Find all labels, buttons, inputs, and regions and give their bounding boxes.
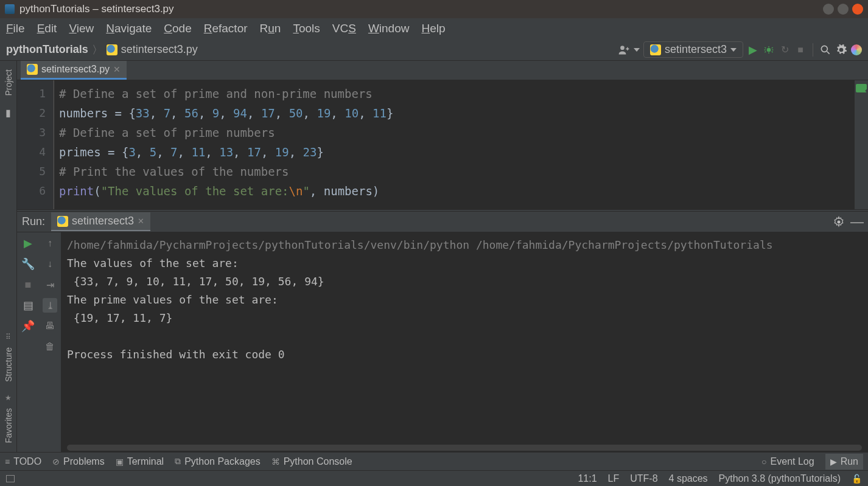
menu-code[interactable]: Code xyxy=(164,22,191,35)
wrench-icon[interactable]: 🔧 xyxy=(21,257,35,271)
editor-right-strip xyxy=(855,80,868,209)
code-num: 56 xyxy=(184,106,198,120)
terminal-icon: ▣ xyxy=(116,457,124,467)
menu-vcs[interactable]: VCS xyxy=(332,22,356,35)
code-num: 5 xyxy=(150,145,156,159)
tool-window-toggle-icon[interactable] xyxy=(6,475,15,482)
minimize-button[interactable] xyxy=(823,4,834,15)
menu-navigate[interactable]: Navigate xyxy=(106,22,152,35)
tool-window-structure[interactable]: ⠿ Structure xyxy=(4,333,13,387)
arrow-up-icon[interactable]: ↑ xyxy=(43,236,57,251)
code-comma: , xyxy=(303,106,317,120)
code-comma: , xyxy=(233,145,247,159)
print-icon[interactable]: 🖶 xyxy=(43,319,57,333)
chevron-down-icon xyxy=(730,48,737,52)
code-comma: , xyxy=(359,106,373,120)
app-icon xyxy=(5,4,15,14)
rerun-button[interactable]: ▶ xyxy=(21,236,35,251)
tool-window-favorites[interactable]: ★ Favorites xyxy=(4,394,13,448)
run-config-selector[interactable]: setintersect3 xyxy=(643,41,743,58)
gear-icon[interactable] xyxy=(833,216,845,228)
inspection-ok-icon[interactable] xyxy=(856,84,867,92)
trash-icon[interactable]: 🗑 xyxy=(43,339,57,354)
caret-position[interactable]: 11:1 xyxy=(578,473,597,484)
menu-help[interactable]: Help xyxy=(421,22,445,35)
hide-icon[interactable]: — xyxy=(851,216,863,228)
gear-icon[interactable] xyxy=(835,44,847,56)
run-tab[interactable]: setintersect3 ✕ xyxy=(51,212,150,231)
bottom-tool-buttons: ≡TODO ⊘Problems ▣Terminal ⧉Python Packag… xyxy=(0,452,868,470)
label: Python Console xyxy=(284,456,352,467)
left-tool-strip: Project ▮ ⠿ Structure ★ Favorites xyxy=(0,61,17,452)
add-user-icon[interactable] xyxy=(618,44,630,56)
breadcrumb-file[interactable]: setintersect3.py xyxy=(121,43,198,56)
menu-window[interactable]: Window xyxy=(368,22,410,35)
console-scrollbar[interactable] xyxy=(61,443,868,452)
navigation-bar: pythonTutorials 〉 setintersect3.py setin… xyxy=(0,39,868,61)
menu-refactor[interactable]: Refactor xyxy=(204,22,248,35)
code-area[interactable]: # Define a set of prime and non-prime nu… xyxy=(54,80,855,209)
console-line: The prime values of the set are: xyxy=(67,293,278,306)
console-line: Process finished with exit code 0 xyxy=(67,348,285,361)
menu-tools[interactable]: Tools xyxy=(293,22,320,35)
code-comma: , xyxy=(219,106,233,120)
indent-settings[interactable]: 4 spaces xyxy=(669,473,708,484)
close-tab-icon[interactable]: ✕ xyxy=(138,217,144,226)
stop-button[interactable]: ■ xyxy=(21,277,35,292)
layout-icon[interactable]: ▤ xyxy=(21,298,35,313)
maximize-button[interactable] xyxy=(838,4,849,15)
ide-features-icon[interactable] xyxy=(851,44,862,55)
close-button[interactable] xyxy=(852,4,863,15)
tool-run[interactable]: ▶Run xyxy=(825,454,863,470)
run-button[interactable]: ▶ xyxy=(747,44,759,56)
tool-problems[interactable]: ⊘Problems xyxy=(52,456,105,467)
tool-todo[interactable]: ≡TODO xyxy=(5,456,41,467)
code-comment: # Print the values of the numbers xyxy=(59,165,289,178)
label: Terminal xyxy=(127,456,164,467)
menu-file[interactable]: File xyxy=(6,22,25,35)
console-output[interactable]: /home/fahmida/PycharmProjects/pythonTuto… xyxy=(61,232,868,443)
coverage-button[interactable]: ↻ xyxy=(779,44,791,56)
code-num: 10 xyxy=(345,106,359,120)
breadcrumb-project[interactable]: pythonTutorials xyxy=(6,43,88,56)
line-separator[interactable]: LF xyxy=(608,473,620,484)
code-brace: } xyxy=(317,145,323,159)
menu-edit[interactable]: Edit xyxy=(37,22,57,35)
arrow-down-icon[interactable]: ↓ xyxy=(43,257,57,271)
code-num: 11 xyxy=(373,106,387,120)
code-fn: print xyxy=(59,184,94,198)
code-comma: , xyxy=(331,106,345,120)
line-number: 3 xyxy=(17,123,46,142)
stop-button[interactable]: ■ xyxy=(794,44,807,56)
scroll-end-icon[interactable]: ⤓ xyxy=(43,298,57,313)
menu-view[interactable]: View xyxy=(69,22,94,35)
python-file-icon xyxy=(27,64,38,75)
svg-point-1 xyxy=(767,47,771,52)
debug-button[interactable] xyxy=(763,44,775,56)
code-num: 9 xyxy=(212,106,219,120)
chevron-down-icon[interactable] xyxy=(634,48,640,52)
code-num: 23 xyxy=(303,145,317,159)
code-comment: # Define a set of prime numbers xyxy=(59,126,275,139)
editor-tab-active[interactable]: setintersect3.py ✕ xyxy=(21,61,127,80)
file-encoding[interactable]: UTF-8 xyxy=(630,473,657,484)
tool-event-log[interactable]: ○Event Log xyxy=(761,456,814,467)
python-interpreter[interactable]: Python 3.8 (pythonTutorials) xyxy=(719,473,841,484)
folder-icon[interactable]: ▮ xyxy=(5,107,11,119)
soft-wrap-icon[interactable]: ⇥ xyxy=(43,277,57,292)
pin-icon[interactable]: 📌 xyxy=(21,319,35,333)
close-tab-icon[interactable]: ✕ xyxy=(113,64,121,74)
structure-label: Structure xyxy=(4,342,13,387)
console-line: /home/fahmida/PycharmProjects/pythonTuto… xyxy=(67,238,773,251)
console-line: {33, 7, 9, 10, 11, 17, 50, 19, 56, 94} xyxy=(67,275,324,288)
search-everywhere-icon[interactable] xyxy=(819,44,831,56)
code-id: primes xyxy=(59,145,108,159)
tool-python-console[interactable]: ⌘Python Console xyxy=(271,456,352,467)
lock-icon[interactable]: 🔓 xyxy=(852,474,862,484)
menu-run[interactable]: Run xyxy=(260,22,281,35)
code-paren: ) xyxy=(373,184,379,198)
python-file-icon xyxy=(107,44,117,55)
tool-python-packages[interactable]: ⧉Python Packages xyxy=(175,456,261,467)
tool-window-project[interactable]: Project xyxy=(4,64,13,101)
tool-terminal[interactable]: ▣Terminal xyxy=(116,456,164,467)
